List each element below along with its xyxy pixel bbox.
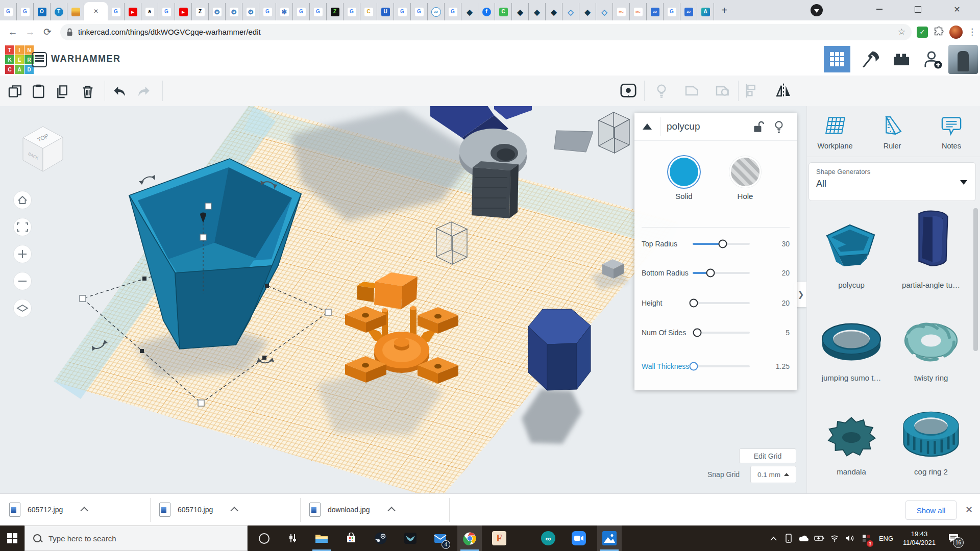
back-button[interactable]: ←	[4, 27, 21, 38]
slider-knob[interactable]	[690, 299, 698, 308]
chrome-button[interactable]	[457, 525, 482, 551]
browser-tab[interactable]: ▶	[125, 3, 141, 20]
browser-tab[interactable]: Z	[192, 3, 209, 20]
ungroup-icon[interactable]	[715, 83, 731, 99]
browser-tab[interactable]: O	[34, 3, 51, 20]
tray-expand-icon[interactable]	[766, 525, 781, 551]
browser-tab[interactable]: U	[377, 3, 394, 20]
shape-tile-mandala[interactable]: mandala	[813, 411, 890, 476]
browser-tab[interactable]: T	[51, 3, 67, 20]
inspector-collapse-button[interactable]	[641, 122, 654, 132]
browser-tab[interactable]: G	[445, 3, 461, 20]
slider-knob[interactable]	[690, 362, 698, 371]
notification-center-icon[interactable]: 16	[943, 525, 964, 551]
delete-icon[interactable]	[80, 83, 96, 99]
chevron-up-icon[interactable]	[81, 507, 89, 515]
language-indicator[interactable]: ENG	[876, 525, 896, 551]
volume-icon[interactable]	[842, 525, 857, 551]
sync-app-icon[interactable]: 3	[859, 525, 874, 551]
hole-swatch[interactable]	[731, 158, 760, 186]
browser-tab[interactable]: G	[293, 3, 310, 20]
solid-swatch[interactable]	[670, 158, 698, 186]
slider-value[interactable]: 30	[781, 240, 790, 248]
cortana-button[interactable]	[252, 525, 276, 551]
shape-tile-cog-ring[interactable]: cog ring 2	[893, 406, 969, 476]
download-item[interactable]: download.jpg	[309, 494, 395, 525]
hole-material-option[interactable]: Hole	[726, 158, 765, 201]
snap-grid-dropdown[interactable]: 0.1 mm	[750, 466, 796, 483]
solid-material-option[interactable]: Solid	[665, 158, 703, 201]
mail-button[interactable]: 4	[428, 525, 452, 551]
slider-value[interactable]: 5	[786, 329, 790, 337]
duplicate-icon[interactable]	[55, 83, 71, 99]
align-icon[interactable]	[745, 83, 762, 99]
reload-button[interactable]: ⟳	[39, 26, 56, 38]
browser-tab[interactable]: a	[141, 3, 158, 20]
browser-tab[interactable]: 3D	[647, 3, 664, 20]
browser-tab[interactable]: ◆	[529, 3, 546, 20]
workplane-tool[interactable]: Workplane	[807, 115, 863, 150]
group-icon[interactable]	[684, 83, 700, 99]
chevron-up-icon[interactable]	[231, 507, 239, 515]
tab-close-icon[interactable]: ✕	[93, 8, 99, 15]
browser-tab[interactable]: ◇	[596, 3, 613, 20]
shape-tile-partial-angle-tube[interactable]: partial-angle tu…	[893, 206, 969, 289]
show-all-button[interactable]: Show all	[905, 500, 957, 520]
slider-knob[interactable]	[719, 240, 727, 248]
browser-tab[interactable]: MG	[630, 3, 647, 20]
browser-tab[interactable]: G	[411, 3, 428, 20]
task-view-button[interactable]	[281, 525, 306, 551]
browser-tab[interactable]: ◆	[512, 3, 529, 20]
visibility-bulb-icon[interactable]	[773, 120, 785, 134]
browser-tab[interactable]: G	[0, 3, 17, 20]
dashboard-grid-button[interactable]	[824, 46, 850, 72]
perspective-toggle-button[interactable]	[14, 299, 32, 317]
copy-icon[interactable]	[7, 83, 23, 99]
add-user-icon[interactable]	[923, 50, 943, 69]
fit-view-button[interactable]	[14, 218, 32, 236]
omnibox[interactable]: tinkercad.com/things/dtkWOGVCgqe-warhamm…	[60, 24, 912, 40]
browser-tab[interactable]: ▶	[175, 3, 192, 20]
taskbar-clock[interactable]: 19:43 11/04/2021	[898, 525, 940, 551]
shape-tile-polycup[interactable]: polycup	[813, 214, 890, 289]
zoom-app-button[interactable]	[567, 525, 591, 551]
browser-tab[interactable]: A	[697, 3, 714, 20]
wireframe-crate-2[interactable]	[599, 112, 629, 153]
show-all-icon[interactable]	[620, 83, 637, 99]
slider-knob[interactable]	[693, 329, 701, 337]
media-controls-button[interactable]	[811, 4, 823, 16]
shape-tile-jumping-sumo[interactable]: jumping sumo t…	[813, 314, 890, 382]
view-cube[interactable]: TOP BACK	[23, 127, 63, 171]
slider-track[interactable]	[693, 302, 750, 304]
download-item[interactable]: 605710.jpg	[159, 494, 238, 525]
window-close-button[interactable]: ✕	[945, 0, 969, 18]
browser-tab[interactable]: ◆	[461, 3, 478, 20]
browser-tab[interactable]: ✻	[276, 3, 293, 20]
browser-tab[interactable]: C	[360, 3, 377, 20]
browser-menu-icon[interactable]: ⋮	[968, 27, 976, 37]
design-title[interactable]: WARHAMMER	[51, 54, 121, 64]
browser-tab[interactable]: G	[310, 3, 327, 20]
profile-avatar[interactable]	[949, 26, 963, 39]
light-bulb-icon[interactable]	[653, 83, 670, 99]
battery-icon[interactable]	[812, 525, 827, 551]
browser-tab[interactable]: ◇	[562, 3, 579, 20]
arduino-button[interactable]: ∞	[536, 525, 560, 551]
slider-value[interactable]: 1.25	[776, 362, 790, 370]
minecraft-pickaxe-icon[interactable]	[860, 48, 882, 71]
browser-tab[interactable]: MG	[613, 3, 630, 20]
browser-tab[interactable]: G	[17, 3, 34, 20]
wifi-icon[interactable]	[827, 525, 842, 551]
file-explorer-button[interactable]	[309, 525, 334, 551]
home-view-button[interactable]	[14, 191, 32, 209]
hexagon-model[interactable]	[528, 309, 591, 390]
browser-tab[interactable]: C	[495, 3, 512, 20]
slider-value[interactable]: 20	[781, 269, 790, 277]
window-minimize-button[interactable]	[868, 0, 891, 18]
notes-tool[interactable]: Notes	[923, 115, 979, 150]
browser-tab[interactable]: G	[394, 3, 411, 20]
zoom-in-button[interactable]	[14, 245, 32, 263]
slider-track[interactable]	[693, 365, 750, 367]
browser-tab[interactable]: f	[478, 3, 495, 20]
download-item[interactable]: 605712.jpg	[9, 494, 88, 525]
